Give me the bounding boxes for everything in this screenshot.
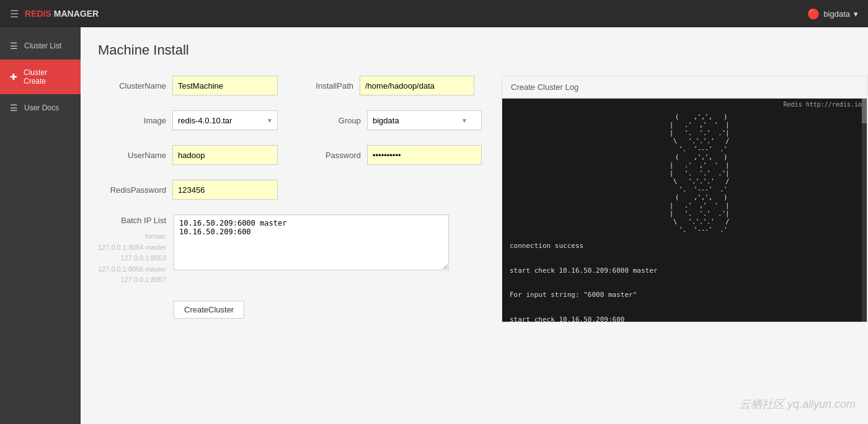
cluster-name-group: ClusterName — [98, 76, 278, 95]
image-group: Image redis-4.0.10.tarredis-5.0.tar ▼ — [98, 110, 278, 130]
batch-row: Batch IP List format: 127.0.0.1:8054 mas… — [98, 214, 482, 286]
group-label: Group — [293, 116, 361, 125]
batch-ip-label: Batch IP List — [98, 216, 166, 225]
username-label: UserName — [98, 151, 166, 160]
brand: REDIS MANAGER — [25, 9, 99, 19]
create-icon: ✚ — [10, 72, 17, 82]
sidebar-item-cluster-create[interactable]: ✚ Cluster Create — [0, 60, 81, 94]
password-group: Password — [293, 145, 482, 165]
log-scrollbar[interactable] — [862, 99, 867, 322]
batch-ip-textarea[interactable]: 10.16.50.209:6000 master 10.16.50.209:60… — [174, 214, 449, 270]
topnav-right: 🔴 bigdata ▾ — [807, 8, 858, 20]
redis-password-input[interactable] — [172, 180, 278, 200]
form-row-image: Image redis-4.0.10.tarredis-5.0.tar ▼ Gr… — [98, 110, 482, 130]
brand-manager: MANAGER — [54, 9, 99, 19]
sidebar-item-cluster-list[interactable]: ☰ Cluster List — [0, 32, 81, 60]
log-output: connection success start check 10.16.50.… — [510, 240, 859, 322]
sidebar-item-label: Cluster Create — [24, 68, 71, 86]
sidebar-item-label: User Docs — [24, 104, 59, 112]
batch-format: format: 127.0.0.1:8054 master 127.0.0.1:… — [98, 229, 166, 286]
username-label[interactable]: bigdata — [823, 9, 850, 19]
log-body[interactable]: Redis http://redis.io ( ,',', ) | .' ,' … — [502, 99, 867, 322]
install-path-label: InstallPath — [285, 81, 353, 91]
cluster-name-label: ClusterName — [98, 81, 166, 91]
sidebar: ☰ Cluster List ✚ Cluster Create ☰ User D… — [0, 27, 81, 424]
group-group: Group bigdatadefault ▼ — [293, 110, 472, 130]
create-cluster-button[interactable]: CreateCluster — [174, 301, 244, 319]
image-select-wrap: redis-4.0.10.tarredis-5.0.tar ▼ — [172, 110, 278, 130]
menu-toggle[interactable]: ☰ — [10, 8, 19, 20]
topnav: ☰ REDIS MANAGER 🔴 bigdata ▾ — [0, 0, 868, 27]
log-scrollbar-thumb — [862, 99, 867, 123]
form-row-user: UserName Password — [98, 145, 482, 165]
image-label: Image — [98, 116, 166, 125]
list-icon: ☰ — [10, 41, 18, 51]
dropdown-arrow-icon[interactable]: ▾ — [854, 9, 858, 19]
password-label: Password — [293, 151, 361, 160]
form-area: ClusterName InstallPath Image redis-4.0.… — [98, 76, 851, 322]
topnav-left: ☰ REDIS MANAGER — [10, 8, 99, 20]
redis-password-label: RedisPassword — [98, 185, 166, 195]
password-input[interactable] — [367, 145, 482, 165]
form-row-redis-password: RedisPassword — [98, 180, 482, 200]
sidebar-item-user-docs[interactable]: ☰ User Docs — [0, 94, 81, 121]
user-icon: 🔴 — [807, 8, 820, 20]
content-area: Machine Install ClusterName InstallPath — [81, 27, 868, 424]
sidebar-item-label: Cluster List — [24, 42, 61, 50]
log-header: Create Cluster Log — [502, 76, 867, 99]
username-group: UserName — [98, 145, 278, 165]
main-layout: ☰ Cluster List ✚ Cluster Create ☰ User D… — [0, 27, 868, 424]
cluster-name-input[interactable] — [172, 76, 278, 95]
redis-url-label: Redis http://redis.io — [784, 101, 862, 108]
ascii-art: ( ,',', ) | .' ,' ' | | '. '.' .'| \ '.'… — [510, 105, 859, 234]
install-path-group: InstallPath — [285, 76, 474, 95]
form-left: ClusterName InstallPath Image redis-4.0.… — [98, 76, 482, 322]
form-row-cluster: ClusterName InstallPath — [98, 76, 482, 95]
install-path-input[interactable] — [360, 76, 474, 95]
group-select-wrap: bigdatadefault ▼ — [367, 110, 472, 130]
group-select[interactable]: bigdatadefault — [367, 110, 482, 130]
username-input[interactable] — [172, 145, 278, 165]
batch-ip-section: Batch IP List format: 127.0.0.1:8054 mas… — [98, 214, 482, 286]
brand-redis: REDIS — [25, 9, 51, 19]
image-select[interactable]: redis-4.0.10.tarredis-5.0.tar — [172, 110, 278, 130]
redis-password-group: RedisPassword — [98, 180, 278, 200]
page-title: Machine Install — [98, 42, 851, 58]
log-panel: Create Cluster Log Redis http://redis.io… — [502, 76, 867, 322]
docs-icon: ☰ — [10, 103, 18, 113]
